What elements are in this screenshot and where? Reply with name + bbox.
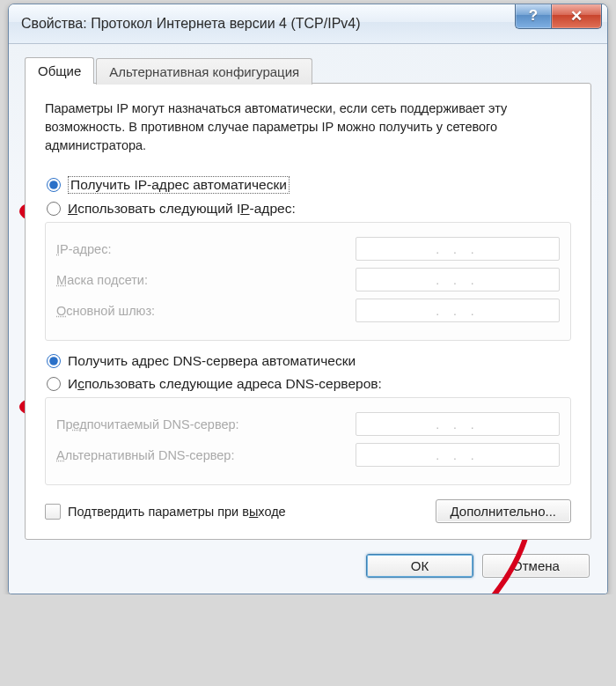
label-preferred-dns: Предпочитаемый DNS-сервер: [56, 417, 239, 432]
radio-ip-auto[interactable]: Получить IP-адрес автоматически [47, 176, 569, 194]
input-ip-address[interactable]: . . . [356, 237, 560, 261]
radio-ip-auto-label: Получить IP-адрес автоматически [68, 176, 290, 194]
input-subnet-mask[interactable]: . . . [356, 268, 560, 291]
radio-dns-auto-label: Получить адрес DNS-сервера автоматически [68, 353, 356, 369]
checkbox-icon [45, 504, 61, 520]
cancel-button[interactable]: Отмена [482, 554, 590, 578]
radio-dns-auto[interactable]: Получить адрес DNS-сервера автоматически [47, 353, 569, 369]
checkbox-confirm-on-exit[interactable]: Подтвердить параметры при выходе [45, 504, 286, 520]
radio-dns-manual[interactable]: Использовать следующие адреса DNS-сервер… [47, 376, 569, 392]
dialog-window: Свойства: Протокол Интернета версии 4 (T… [8, 4, 608, 594]
dns-fields-group: Предпочитаемый DNS-сервер: . . . Альтерн… [45, 397, 571, 485]
radio-ip-manual-label: ИИспользовать следующий IP-адрес:спользо… [68, 201, 296, 217]
radio-ip-auto-input[interactable] [47, 178, 61, 192]
radio-ip-manual[interactable]: ИИспользовать следующий IP-адрес:спользо… [47, 201, 569, 217]
label-ip-address: IP-адрес: [56, 242, 111, 256]
radio-dns-auto-input[interactable] [47, 354, 61, 368]
input-gateway[interactable]: . . . [356, 299, 560, 322]
advanced-button[interactable]: Дополнительно... [436, 499, 571, 523]
radio-dns-manual-label: Использовать следующие адреса DNS-сервер… [68, 376, 382, 392]
input-alternate-dns[interactable]: . . . [356, 443, 560, 467]
tab-alternate[interactable]: Альтернативная конфигурация [96, 58, 312, 85]
label-subnet-mask: Маска подсети: [56, 273, 148, 287]
label-alternate-dns: Альтернативный DNS-сервер: [56, 448, 234, 462]
client-area: Общие Альтернативная конфигурация Параме… [9, 44, 607, 594]
ip-fields-group: IP-адрес: . . . Маска подсети: . . . Осн… [45, 222, 571, 341]
checkbox-confirm-label: Подтвердить параметры при выходе [68, 505, 286, 519]
titlebar[interactable]: Свойства: Протокол Интернета версии 4 (T… [9, 4, 607, 44]
intro-text: Параметры IP могут назначаться автоматич… [45, 100, 571, 155]
ok-button[interactable]: ОК [366, 554, 473, 578]
tab-panel-general: Параметры IP могут назначаться автоматич… [25, 83, 591, 540]
window-title: Свойства: Протокол Интернета версии 4 (T… [21, 16, 361, 32]
tab-general[interactable]: Общие [25, 57, 94, 84]
label-gateway: Основной шлюз: [56, 304, 155, 318]
radio-dns-manual-input[interactable] [47, 377, 61, 391]
input-preferred-dns[interactable]: . . . [356, 412, 560, 436]
help-button[interactable]: ? [515, 4, 551, 29]
radio-ip-manual-input[interactable] [47, 202, 61, 216]
close-button[interactable]: ✕ [551, 4, 602, 29]
